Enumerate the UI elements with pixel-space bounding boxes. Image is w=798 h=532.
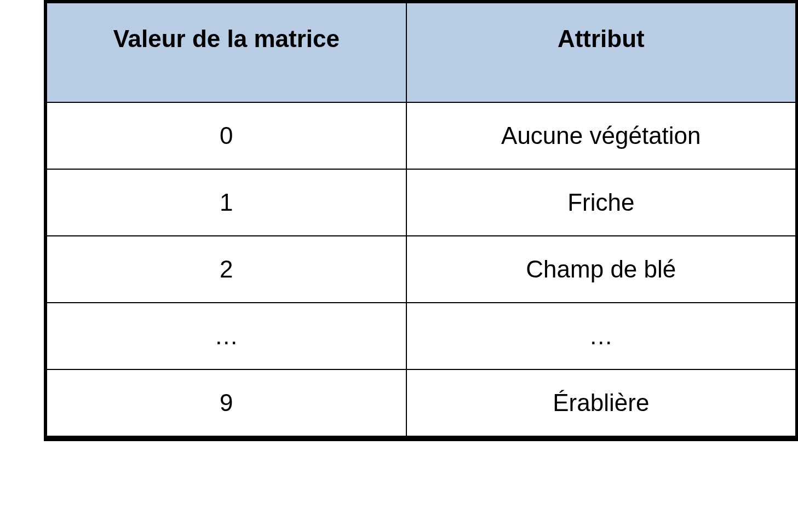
header-attribute: Attribut bbox=[406, 3, 796, 102]
cell-attribute: … bbox=[406, 303, 796, 369]
cell-attribute: Friche bbox=[406, 169, 796, 236]
header-matrix-value: Valeur de la matrice bbox=[47, 3, 406, 102]
table-row: 1 Friche bbox=[47, 169, 796, 236]
table-header-row: Valeur de la matrice Attribut bbox=[47, 3, 796, 102]
table-row: 0 Aucune végétation bbox=[47, 102, 796, 169]
cell-attribute: Champ de blé bbox=[406, 236, 796, 303]
cell-attribute: Aucune végétation bbox=[406, 102, 796, 169]
attribute-table: Valeur de la matrice Attribut 0 Aucune v… bbox=[44, 0, 798, 441]
table-row: … … bbox=[47, 303, 796, 369]
cell-matrix-value: 0 bbox=[47, 102, 406, 169]
cell-attribute: Érablière bbox=[406, 369, 796, 436]
table-row: 9 Érablière bbox=[47, 369, 796, 436]
matrix-attribute-table: Valeur de la matrice Attribut 0 Aucune v… bbox=[46, 2, 796, 437]
table-row: 2 Champ de blé bbox=[47, 236, 796, 303]
cell-matrix-value: 1 bbox=[47, 169, 406, 236]
cell-matrix-value: 2 bbox=[47, 236, 406, 303]
cell-matrix-value: … bbox=[47, 303, 406, 369]
cell-matrix-value: 9 bbox=[47, 369, 406, 436]
